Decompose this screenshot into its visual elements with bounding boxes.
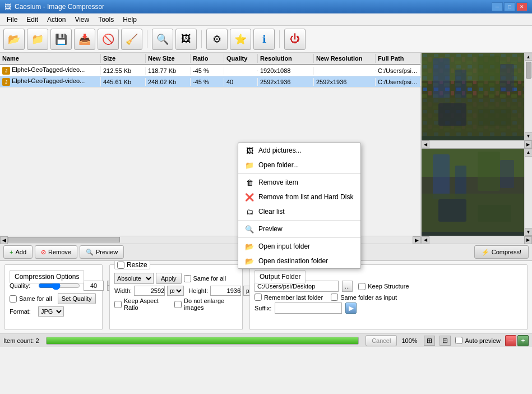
browse-button[interactable]: ...: [342, 281, 353, 292]
open-file-btn[interactable]: 📂: [3, 29, 25, 50]
svg-rect-10: [500, 64, 514, 92]
zoom-fit-btn[interactable]: ⊞: [424, 336, 435, 346]
menu-file[interactable]: File: [2, 15, 22, 25]
table-row[interactable]: JElphel-GeoTagged-video... 212.55 Kb 118…: [0, 65, 420, 76]
clear-list-icon: 🗂: [245, 207, 254, 216]
import-btn[interactable]: 📥: [74, 29, 95, 50]
ctx-open-dest[interactable]: 📂 Open destination folder: [238, 254, 360, 268]
scroll-track[interactable]: [525, 157, 532, 228]
width-unit-select[interactable]: px %: [167, 286, 184, 296]
menu-view[interactable]: View: [70, 15, 94, 25]
preview-hscroll-top[interactable]: ◀ ▶: [422, 140, 532, 148]
same-for-all-resize[interactable]: Same for all: [184, 275, 226, 282]
ctx-clear-list[interactable]: 🗂 Clear list: [238, 204, 360, 219]
ctx-open-input[interactable]: 📂 Open input folder: [238, 239, 360, 254]
set-quality-button[interactable]: Set Quality: [58, 293, 96, 304]
zoom-actual-btn[interactable]: ⊟: [440, 336, 451, 346]
scroll-thumb[interactable]: [8, 237, 120, 242]
no-enlarge-label[interactable]: Do not enlarge images: [174, 297, 238, 311]
ctx-remove-item[interactable]: 🗑 Remove item: [238, 175, 360, 190]
width-input[interactable]: [134, 286, 165, 296]
add-button[interactable]: + Add: [3, 245, 33, 259]
compress-button[interactable]: ⚡ Compress!: [474, 245, 529, 259]
hscroll-left[interactable]: ◀: [422, 236, 429, 244]
menu-action[interactable]: Action: [43, 15, 70, 25]
scroll-right-btn[interactable]: ▶: [413, 236, 420, 244]
save-btn[interactable]: 💾: [50, 29, 72, 50]
menu-edit[interactable]: Edit: [22, 15, 43, 25]
search-btn[interactable]: 🔍: [152, 29, 173, 50]
apply-button[interactable]: Apply: [156, 273, 182, 284]
keep-structure-check[interactable]: [358, 283, 366, 290]
keep-aspect-check[interactable]: [114, 301, 122, 308]
same-for-all-check[interactable]: [10, 295, 17, 303]
scroll-up-btn[interactable]: ▲: [525, 149, 533, 157]
remember-folder-check[interactable]: [255, 294, 262, 301]
preview-vscroll-top[interactable]: ▲ ▼: [524, 53, 532, 140]
keep-structure-label[interactable]: Keep Structure: [358, 283, 409, 290]
same-for-all-checkbox[interactable]: Same for all: [10, 295, 52, 303]
info-btn[interactable]: ℹ: [253, 29, 275, 50]
row-resolution: 1920x1088: [258, 67, 314, 75]
menu-help[interactable]: Help: [118, 15, 141, 25]
hscroll-right[interactable]: ▶: [524, 236, 532, 244]
no-enlarge-text: Do not enlarge images: [184, 297, 238, 311]
scroll-track[interactable]: [525, 61, 532, 132]
scroll-up-btn[interactable]: ▲: [525, 53, 533, 61]
auto-preview-label[interactable]: Auto preview: [455, 337, 501, 344]
row-size: 212.55 Kb: [101, 67, 146, 75]
hscroll-left[interactable]: ◀: [422, 140, 429, 148]
preview-top-content: ▲ ▼: [422, 53, 532, 140]
preview-button[interactable]: 🔍 Preview: [80, 245, 124, 259]
suffix-input[interactable]: [275, 303, 342, 314]
resize-checkbox[interactable]: [117, 262, 124, 269]
open-folder-icon: 📁: [245, 161, 254, 169]
next-btn[interactable]: +: [517, 335, 529, 346]
settings-btn[interactable]: ⚙: [206, 29, 228, 50]
star-btn[interactable]: ⭐: [230, 29, 251, 50]
row-name: JElphel-GeoTagged-video...: [0, 77, 101, 86]
remove-button[interactable]: ⊘ Remove: [35, 245, 77, 259]
row-resolution: 2592x1936: [258, 78, 314, 86]
height-input[interactable]: [210, 286, 241, 296]
same-for-all-resize-check[interactable]: [184, 275, 191, 282]
menu-tools[interactable]: Tools: [94, 15, 118, 25]
preview-vscroll-bottom[interactable]: ▲ ▼: [524, 149, 532, 236]
format-select[interactable]: JPG PNG: [38, 306, 64, 317]
preview-hscroll-bottom[interactable]: ◀ ▶: [422, 236, 532, 244]
preview-btn[interactable]: 🖼: [175, 29, 197, 50]
minimize-button[interactable]: ─: [492, 2, 503, 11]
maximize-button[interactable]: □: [504, 2, 515, 11]
scroll-down-btn[interactable]: ▼: [525, 228, 533, 236]
clear-btn[interactable]: 🧹: [121, 29, 142, 50]
suffix-arrow-btn[interactable]: ▶: [345, 303, 357, 314]
scroll-thumb[interactable]: [526, 62, 531, 79]
open-folder-btn[interactable]: 📁: [27, 29, 48, 50]
scroll-down-btn[interactable]: ▼: [525, 132, 533, 140]
power-btn[interactable]: ⏻: [284, 29, 306, 50]
close-button[interactable]: ✕: [516, 2, 528, 11]
keep-aspect-label[interactable]: Keep Aspect Ratio: [114, 297, 168, 311]
scroll-left-btn[interactable]: ◀: [0, 236, 8, 244]
quality-input[interactable]: 40: [84, 281, 104, 291]
remove-label: Remove: [48, 249, 71, 255]
no-enlarge-check[interactable]: [174, 301, 182, 308]
remember-folder-label[interactable]: Remember last folder: [255, 294, 323, 301]
prev-btn[interactable]: ─: [505, 335, 516, 346]
cancel-button[interactable]: Cancel: [366, 335, 397, 346]
same-as-input-check[interactable]: [331, 294, 338, 301]
preview-svg-bottom: [422, 149, 524, 232]
ctx-add-pictures[interactable]: 🖼 Add pictures...: [238, 143, 360, 158]
same-as-input-label[interactable]: Same folder as input: [331, 294, 397, 301]
ctx-remove-hard[interactable]: ❌ Remove from list and Hard Disk: [238, 190, 360, 204]
ctx-preview[interactable]: 🔍 Preview: [238, 222, 360, 236]
remove-btn[interactable]: 🚫: [98, 29, 119, 50]
table-row[interactable]: JElphel-GeoTagged-video... 445.61 Kb 248…: [0, 76, 420, 88]
progress-percent: 100%: [401, 337, 419, 344]
resize-mode-select[interactable]: Absolute Percentage: [114, 273, 154, 284]
row-full-path: C:/Users/psi/De: [376, 78, 420, 86]
ctx-open-folder[interactable]: 📁 Open folder...: [238, 158, 360, 172]
auto-preview-check[interactable]: [455, 337, 462, 344]
hscroll-right[interactable]: ▶: [524, 140, 532, 148]
auto-preview-text: Auto preview: [465, 337, 501, 344]
